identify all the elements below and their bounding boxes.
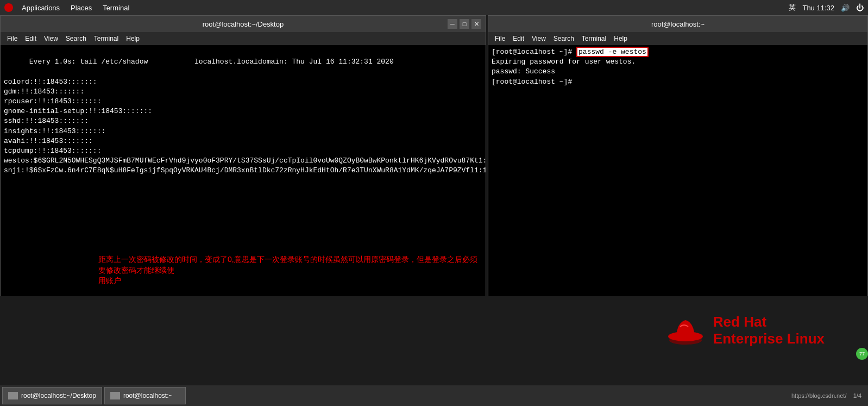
terminal-menu-help-left[interactable]: Help xyxy=(123,34,143,43)
redhat-hat-icon xyxy=(666,316,705,346)
taskbar-item-desktop[interactable]: root@localhost:~/Desktop xyxy=(2,387,102,404)
taskbar-label-desktop: root@localhost:~/Desktop xyxy=(21,392,96,399)
terminal-body-left[interactable]: Every 1.0s: tail /etc/shadow localhost.l… xyxy=(1,45,486,316)
terminal-menu-terminal-left[interactable]: Terminal xyxy=(91,34,122,43)
menu-applications[interactable]: Applications xyxy=(17,3,64,13)
power-icon[interactable]: ⏻ xyxy=(856,3,864,12)
terminal-menu-view-left[interactable]: View xyxy=(41,34,61,43)
taskbar-label-home: root@localhost:~ xyxy=(123,392,173,399)
terminal-menu-view-right[interactable]: View xyxy=(529,34,549,43)
terminal-menubar-left: File Edit View Search Terminal Help xyxy=(1,32,486,45)
window-controls-left: ─ □ ✕ xyxy=(448,19,481,29)
minimize-button-left[interactable]: ─ xyxy=(448,19,457,29)
terminal-menu-file-left[interactable]: File xyxy=(4,34,21,43)
taskbar-item-home[interactable]: root@localhost:~ xyxy=(104,387,186,404)
redhat-text-line2: Enterprise Linux xyxy=(713,330,825,347)
terminal-title-left: root@localhost:~/Desktop xyxy=(203,20,284,28)
menu-terminal[interactable]: Terminal xyxy=(98,3,134,13)
redhat-logo-area: Red Hat Enterprise Linux xyxy=(666,314,825,347)
taskbar-icon-home xyxy=(110,392,120,399)
language-indicator: 英 xyxy=(789,3,796,13)
terminal-window-right: root@localhost:~ File Edit View Search T… xyxy=(488,15,868,317)
terminal-menu-help-right[interactable]: Help xyxy=(611,34,631,43)
desktop-background: Red Hat Enterprise Linux xyxy=(0,296,868,365)
main-area: root@localhost:~/Desktop ─ □ ✕ File Edit… xyxy=(0,15,868,385)
terminal-menu-terminal-right[interactable]: Terminal xyxy=(578,34,609,43)
taskbar-url: https://blog.csdn.net/ xyxy=(791,392,847,399)
redhat-logo-icon xyxy=(4,3,13,12)
terminal-titlebar-left: root@localhost:~/Desktop ─ □ ✕ xyxy=(1,16,486,32)
taskbar-right: https://blog.csdn.net/ 1/4 xyxy=(791,392,866,399)
terminal-titlebar-right: root@localhost:~ xyxy=(488,16,867,32)
taskbar: root@localhost:~/Desktop root@localhost:… xyxy=(0,385,868,406)
terminal-content-left: Every 1.0s: tail /etc/shadow localhost.l… xyxy=(4,58,486,174)
page-indicator: 1/4 xyxy=(853,392,861,399)
annotation-text: 距离上一次密码被修改的时间，变成了0,意思是下一次登录账号的时候虽然可以用原密码… xyxy=(98,254,479,286)
terminal-menu-search-right[interactable]: Search xyxy=(550,34,577,43)
notification-badge[interactable]: 77 xyxy=(856,348,868,360)
terminal-menu-search-left[interactable]: Search xyxy=(62,34,90,43)
terminal-window-left: root@localhost:~/Desktop ─ □ ✕ File Edit… xyxy=(0,15,486,317)
terminal-title-right: root@localhost:~ xyxy=(651,20,705,28)
redhat-text-line1: Red Hat xyxy=(713,314,825,330)
redhat-brand-text: Red Hat Enterprise Linux xyxy=(713,314,825,347)
close-button-left[interactable]: ✕ xyxy=(471,19,481,29)
top-right-section: 英 Thu 11:32 🔊 ⏻ xyxy=(789,3,864,13)
menu-places[interactable]: Places xyxy=(66,3,96,13)
terminal-menu-edit-right[interactable]: Edit xyxy=(510,34,527,43)
top-menubar: Applications Places Terminal 英 Thu 11:32… xyxy=(0,0,868,15)
volume-icon[interactable]: 🔊 xyxy=(841,4,850,12)
terminal-menu-file-right[interactable]: File xyxy=(492,34,508,43)
maximize-button-left[interactable]: □ xyxy=(460,19,469,29)
terminal-body-right[interactable]: [root@localhost ~]# passwd -e westos Exp… xyxy=(488,45,867,316)
terminal-menubar-right: File Edit View Search Terminal Help xyxy=(488,32,867,45)
terminal-menu-edit-left[interactable]: Edit xyxy=(22,34,40,43)
taskbar-icon-desktop xyxy=(8,392,18,399)
clock: Thu 11:32 xyxy=(802,4,834,12)
